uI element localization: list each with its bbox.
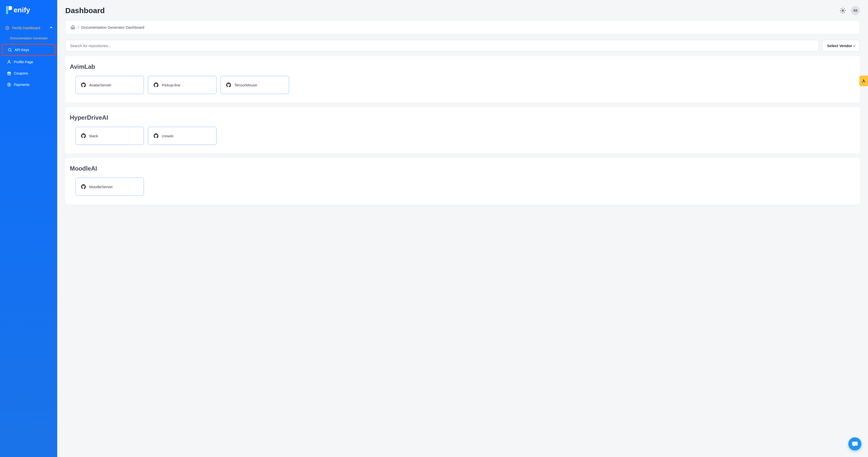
repo-card[interactable]: MoodleServer: [75, 177, 144, 196]
lambda-icon: [862, 78, 866, 83]
home-icon[interactable]: [70, 25, 75, 30]
chat-button[interactable]: [848, 437, 862, 451]
breadcrumb-page: Documentation Generator Dashboard: [81, 25, 144, 30]
nav-parent-label: Penify Dashboard: [12, 26, 40, 30]
dashboard-icon: [5, 26, 9, 30]
sidebar-item-label: Payments: [14, 83, 30, 87]
repo-card[interactable]: TensorMouse: [220, 76, 289, 94]
chevron-down-icon: [854, 44, 856, 46]
repo-card[interactable]: crewAI: [148, 127, 217, 145]
search-icon: [7, 47, 12, 52]
svg-point-1: [7, 28, 7, 28]
dollar-icon: [7, 83, 11, 87]
repo-name: AvatarServer: [89, 83, 111, 87]
repo-name: Pickup-line: [162, 83, 180, 87]
org-card: HyperDriveAIblackcrewAI: [65, 107, 860, 154]
sidebar-item-coupons[interactable]: Coupons: [2, 68, 56, 78]
page-title: Dashboard: [65, 6, 105, 15]
repo-card[interactable]: AvatarServer: [75, 76, 144, 94]
sidebar-item-profile[interactable]: Profile Page: [2, 57, 56, 67]
nav-sub-label: Documentation Generator: [10, 36, 48, 40]
select-vendor-button[interactable]: Select Vendor: [823, 40, 860, 52]
org-title: HyperDriveAI: [70, 114, 852, 121]
topbar: Dashboard SS: [57, 0, 868, 20]
brand-name: enify: [13, 6, 30, 14]
github-icon: [153, 82, 159, 88]
nav-sub-doc-generator[interactable]: Documentation Generator: [0, 33, 57, 43]
search-row: Select Vendor: [65, 40, 860, 52]
github-icon: [81, 133, 86, 138]
content: / Documentation Generator Dashboard Sele…: [57, 20, 868, 457]
svg-point-2: [8, 48, 11, 51]
sidebar-item-api-keys[interactable]: API Keys: [2, 44, 56, 56]
repo-card[interactable]: Pickup-line: [148, 76, 217, 94]
repo-name: crewAI: [162, 134, 174, 138]
search-input[interactable]: [65, 40, 819, 52]
side-badge[interactable]: [860, 75, 868, 86]
nav-parent-dashboard[interactable]: Penify Dashboard: [0, 23, 57, 33]
gift-icon: [7, 71, 11, 75]
org-card: AvimLabAvatarServerPickup-lineTensorMous…: [65, 56, 860, 102]
org-card: MoodleAIMoodleServer: [65, 158, 860, 204]
sidebar: enify Penify Dashboard Documentation Gen…: [0, 0, 57, 457]
svg-point-3: [8, 61, 10, 62]
svg-point-7: [842, 10, 843, 11]
sidebar-item-label: API Keys: [14, 48, 29, 52]
breadcrumb: / Documentation Generator Dashboard: [65, 20, 860, 34]
chevron-up-icon: [50, 27, 53, 29]
breadcrumb-separator: /: [78, 25, 79, 30]
repo-row: AvatarServerPickup-lineTensorMouse: [75, 76, 852, 94]
github-icon: [153, 133, 159, 138]
chat-icon: [851, 440, 858, 447]
topbar-actions: SS: [840, 6, 860, 15]
logo[interactable]: enify: [0, 5, 57, 23]
github-icon: [226, 82, 231, 88]
logo-icon: [5, 5, 12, 15]
org-title: AvimLab: [70, 63, 852, 70]
repo-name: black: [89, 134, 98, 138]
repo-row: blackcrewAI: [75, 127, 852, 145]
user-icon: [7, 60, 11, 64]
repo-name: MoodleServer: [89, 185, 113, 189]
repo-card[interactable]: black: [75, 127, 144, 145]
org-title: MoodleAI: [70, 165, 852, 172]
sidebar-item-label: Coupons: [14, 71, 28, 75]
vendor-button-label: Select Vendor: [827, 43, 852, 48]
avatar[interactable]: SS: [851, 6, 860, 15]
github-icon: [81, 184, 86, 190]
main: Dashboard SS / Documentation Generator D…: [57, 0, 868, 457]
avatar-initials: SS: [854, 9, 858, 12]
repo-name: TensorMouse: [235, 83, 257, 87]
sidebar-item-label: Profile Page: [14, 60, 33, 64]
organization-list: AvimLabAvatarServerPickup-lineTensorMous…: [65, 56, 860, 204]
nav-section: Penify Dashboard Documentation Generator…: [0, 23, 57, 90]
sidebar-item-payments[interactable]: Payments: [2, 79, 56, 90]
gear-icon[interactable]: [840, 7, 846, 13]
github-icon: [81, 82, 86, 88]
repo-row: MoodleServer: [75, 177, 852, 196]
